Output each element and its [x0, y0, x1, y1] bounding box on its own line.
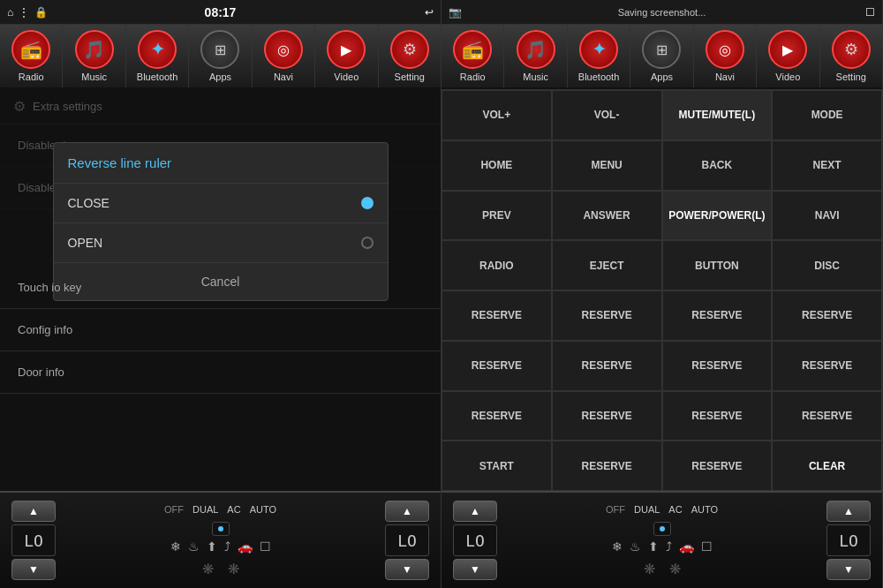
grid-button-reserve[interactable]: RESERVE [552, 441, 662, 491]
grid-button-reserve[interactable]: RESERVE [662, 341, 773, 391]
right-temp-down-button-left[interactable]: ▼ [385, 559, 429, 580]
grid-button-mode[interactable]: MODE [772, 90, 882, 140]
left-climate-ac-label[interactable]: AC [227, 504, 240, 515]
navi-icon: ◎ [264, 30, 303, 69]
right-car-icon[interactable]: 🚗 [679, 539, 694, 554]
grid-button-vol-[interactable]: VOL- [552, 90, 662, 140]
right-fan2-icon[interactable]: ❋ [669, 561, 681, 577]
config-info-label: Config info [18, 323, 72, 336]
left-nav-setting[interactable]: ⚙ Setting [379, 25, 441, 87]
right-nav-bluetooth[interactable]: ✦ Bluetooth [568, 25, 630, 87]
right-left-temp-down-button[interactable]: ▼ [453, 559, 497, 580]
left-nav-navi[interactable]: ◎ Navi [253, 25, 315, 87]
grid-button-clear[interactable]: CLEAR [772, 441, 882, 491]
grid-button-back[interactable]: BACK [662, 140, 773, 191]
right-nav-video[interactable]: ▶ Video [757, 25, 819, 87]
grid-button-reserve[interactable]: RESERVE [442, 290, 552, 341]
left-nav-bluetooth[interactable]: ✦ Bluetooth [126, 25, 189, 87]
grid-button-reserve[interactable]: RESERVE [552, 391, 662, 441]
grid-button-eject[interactable]: EJECT [552, 240, 662, 290]
right-temp-up-button-left[interactable]: ▲ [385, 501, 429, 522]
left-temp-down-button[interactable]: ▼ [11, 559, 56, 580]
right-climate-dual-label[interactable]: DUAL [634, 504, 660, 515]
grid-button-home[interactable]: HOME [442, 140, 552, 191]
right-nav-radio[interactable]: 📻 Radio [442, 25, 504, 87]
right-nav-music[interactable]: 🎵 Music [504, 25, 567, 87]
grid-button-reserve[interactable]: RESERVE [662, 391, 773, 441]
right-nav-navi[interactable]: ◎ Navi [694, 25, 757, 87]
right-vent-icon[interactable]: ⬆ [648, 539, 659, 554]
right-climate-off-label[interactable]: OFF [606, 504, 625, 515]
right-climate-ac-label[interactable]: AC [668, 504, 682, 515]
left-seat-heat-icon[interactable]: ♨ [188, 539, 200, 554]
radio-icon: 📻 [11, 30, 50, 69]
grid-button-prev[interactable]: PREV [442, 191, 552, 241]
touch-io-key-label: Touch io key [18, 281, 81, 294]
grid-button-reserve[interactable]: RESERVE [552, 341, 662, 391]
grid-button-navi[interactable]: NAVI [772, 191, 882, 241]
left-nav-radio[interactable]: 📻 Radio [0, 25, 63, 87]
left-nav-apps[interactable]: ⊞ Apps [189, 25, 252, 87]
grid-button-reserve[interactable]: RESERVE [772, 290, 882, 341]
config-info-item[interactable]: Config info [0, 309, 441, 351]
left-ac2-icon[interactable]: ☐ [260, 539, 271, 554]
dialog-option-open[interactable]: OPEN [54, 223, 388, 263]
right-right-temp-up-button[interactable]: ▲ [826, 501, 871, 522]
left-nav-video[interactable]: ▶ Video [315, 25, 378, 87]
right-vent2-icon[interactable]: ⤴ [666, 539, 672, 554]
grid-button-next[interactable]: NEXT [772, 140, 882, 191]
left-nav-video-label: Video [334, 72, 358, 82]
right-square-icon[interactable]: ☐ [865, 6, 875, 19]
grid-button-power-power-l-[interactable]: POWER/POWER(L) [662, 191, 773, 241]
left-climate-side: ▲ LO ▼ [7, 501, 60, 580]
right-navi-icon: ◎ [706, 30, 744, 69]
right-climate-auto-label[interactable]: AUTO [691, 504, 718, 515]
dialog-option-close[interactable]: CLOSE [54, 184, 388, 223]
left-nav-navi-label: Navi [274, 72, 293, 82]
left-car-icon[interactable]: 🚗 [238, 539, 253, 554]
grid-button-start[interactable]: START [442, 441, 552, 491]
grid-button-reserve[interactable]: RESERVE [662, 441, 773, 491]
left-climate-off-label[interactable]: OFF [164, 504, 184, 515]
left-climate-dual-label[interactable]: DUAL [192, 504, 218, 515]
left-temp-up-button[interactable]: ▲ [11, 501, 56, 522]
grid-button-menu[interactable]: MENU [552, 140, 662, 191]
right-seat-heat-icon[interactable]: ♨ [630, 539, 641, 554]
right-left-temp-up-button[interactable]: ▲ [453, 501, 497, 522]
left-nav-bluetooth-label: Bluetooth [137, 72, 177, 82]
back-icon[interactable]: ↩ [425, 6, 434, 19]
home-icon[interactable]: ⌂ [7, 6, 13, 19]
grid-button-reserve[interactable]: RESERVE [552, 290, 662, 341]
right-right-temp-value: LO [839, 531, 858, 550]
right-nav-apps[interactable]: ⊞ Apps [630, 25, 693, 87]
grid-button-reserve[interactable]: RESERVE [442, 341, 552, 391]
right-fan-icon[interactable]: ❋ [644, 561, 655, 577]
left-climate-auto-label[interactable]: AUTO [250, 504, 276, 515]
right-camera-icon: 📷 [449, 6, 462, 19]
right-right-temp-down-button[interactable]: ▼ [826, 559, 871, 580]
left-defrost-icon[interactable]: ❄ [170, 539, 181, 554]
left-vent-icon[interactable]: ⬆ [207, 539, 217, 554]
menu-icon[interactable]: ⋮ [19, 6, 29, 19]
right-ac2-icon[interactable]: ☐ [701, 539, 713, 554]
grid-button-vol-[interactable]: VOL+ [442, 90, 552, 140]
right-nav-setting[interactable]: ⚙ Setting [820, 25, 882, 87]
grid-button-disc[interactable]: DISC [772, 240, 882, 290]
left-temp-display: LO [11, 524, 56, 556]
left-climate-center: OFF DUAL AC AUTO ❄ ♨ ⬆ ⤴ 🚗 ☐ ❋ ❋ [64, 504, 377, 577]
left-fan-icon[interactable]: ❋ [202, 561, 214, 577]
left-fan2-icon[interactable]: ❋ [228, 561, 239, 577]
grid-button-radio[interactable]: RADIO [442, 240, 552, 290]
grid-button-reserve[interactable]: RESERVE [772, 391, 882, 441]
left-nav-music[interactable]: 🎵 Music [63, 25, 125, 87]
door-info-item[interactable]: Door info [0, 351, 441, 394]
left-vent2-icon[interactable]: ⤴ [224, 539, 230, 554]
grid-button-mute-mute-l-[interactable]: MUTE/MUTE(L) [662, 90, 773, 140]
grid-button-reserve[interactable]: RESERVE [662, 290, 773, 341]
grid-button-reserve[interactable]: RESERVE [772, 341, 882, 391]
touch-io-key-item[interactable]: Touch io key [0, 267, 441, 309]
grid-button-reserve[interactable]: RESERVE [442, 391, 552, 441]
grid-button-button[interactable]: BUTTON [662, 240, 773, 290]
right-defrost-icon[interactable]: ❄ [612, 539, 623, 554]
grid-button-answer[interactable]: ANSWER [552, 191, 662, 241]
